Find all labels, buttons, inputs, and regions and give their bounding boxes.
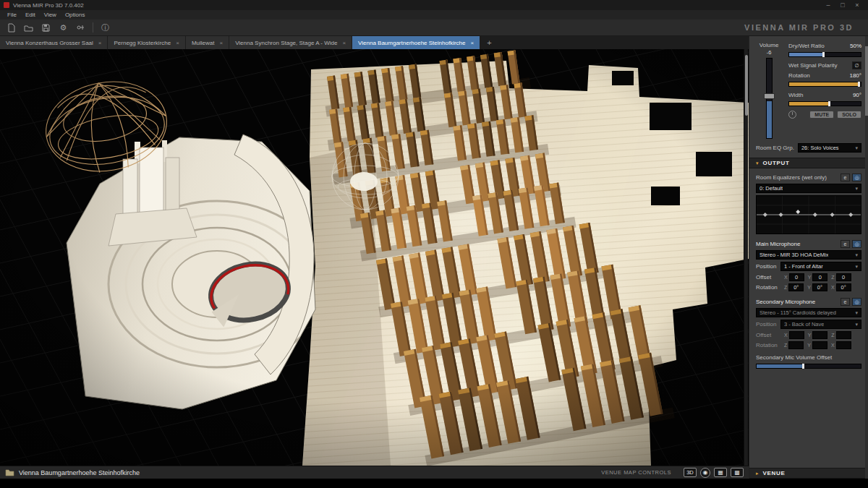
map-grid-button[interactable]: ▦	[714, 468, 727, 477]
secondary-mic-position-label: Position	[756, 321, 780, 328]
menu-options[interactable]: Options	[61, 12, 90, 18]
main-offset-x-input[interactable]	[789, 273, 804, 281]
axis-label: Y	[808, 275, 812, 280]
map-controls-label: VENUE MAP CONTROLS	[601, 469, 671, 476]
chevron-down-icon: ▾	[853, 310, 858, 316]
info-icon[interactable]: ⓘ	[100, 22, 111, 33]
volume-label: Volume	[760, 42, 779, 48]
main-offset-y-input[interactable]	[812, 273, 827, 281]
secondary-rotation-z-input[interactable]	[788, 341, 804, 349]
map-orbit-button[interactable]: ◉	[700, 468, 710, 478]
tab-close-icon[interactable]: ×	[342, 40, 346, 46]
settings-gear-icon[interactable]: ⚙	[58, 22, 69, 33]
venue-3d-scene[interactable]	[0, 49, 749, 466]
tab-close-icon[interactable]: ×	[470, 40, 474, 46]
room-eq-edit-button[interactable]: e	[841, 174, 850, 181]
vignette	[0, 49, 749, 466]
secondary-rotation-x-input[interactable]	[836, 341, 851, 349]
new-project-icon[interactable]	[6, 22, 17, 33]
room-eq-power-button[interactable]: ◎	[852, 174, 861, 181]
panel-scrollbar-right[interactable]	[865, 36, 868, 479]
toolbar: ⚙ ⓘ VIENNA MIR PRO 3D	[0, 20, 868, 36]
wet-polarity-toggle[interactable]: ∅	[852, 61, 861, 69]
minimize-button[interactable]: –	[821, 0, 835, 10]
main-mic-offset-label: Offset	[756, 274, 780, 281]
window-title: Vienna MIR Pro 3D 7.0.402	[13, 2, 84, 9]
main-rotation-z-input[interactable]	[788, 283, 804, 291]
axis-label: Y	[808, 333, 812, 338]
venue-section-header[interactable]: ▸ VENUE	[749, 468, 868, 479]
save-project-icon[interactable]	[41, 22, 51, 33]
room-eq-graph[interactable]	[756, 195, 861, 234]
main-mic-rotation-label: Rotation	[756, 284, 780, 291]
axis-label: X	[784, 275, 788, 280]
axis-label: X	[831, 285, 835, 290]
map-tiles-button[interactable]: ▩	[731, 468, 744, 477]
app-icon	[4, 2, 9, 8]
map-3d-toggle-button[interactable]: 3D	[684, 468, 697, 477]
volume-fader-handle[interactable]	[764, 93, 775, 99]
maximize-button[interactable]: □	[835, 0, 850, 10]
menu-file[interactable]: File	[3, 12, 21, 18]
secondary-mic-edit-button[interactable]: e	[841, 298, 850, 306]
main-mic-power-button[interactable]: ◎	[852, 240, 861, 248]
add-tab-button[interactable]: +	[480, 36, 498, 49]
tab-close-icon[interactable]: ×	[98, 40, 102, 46]
tab-pernegg[interactable]: Pernegg Klosterkirche×	[108, 36, 184, 49]
main-rotation-x-input[interactable]	[836, 283, 851, 291]
mute-button[interactable]: MUTE	[809, 111, 834, 119]
secondary-mic-power-button[interactable]: ◎	[852, 298, 861, 306]
venue-tabbar: Vienna Konzerthaus Grosser Saal× Pernegg…	[0, 36, 749, 49]
panel-scrollbar-left[interactable]	[744, 49, 748, 466]
secondary-mic-type-dropdown[interactable]: Stereo - 115° Cardioids delayed▾	[756, 308, 861, 317]
main-mic-position-dropdown[interactable]: 1 - Front of Altar▾	[780, 262, 861, 271]
drywet-slider[interactable]	[788, 52, 861, 57]
tab-synchron-stage[interactable]: Vienna Synchron Stage, Stage A - Wide×	[229, 36, 352, 49]
stereo-knob-icon[interactable]	[788, 111, 796, 119]
drywet-value: 50%	[850, 43, 861, 49]
open-project-icon[interactable]	[23, 22, 34, 33]
rotation-slider[interactable]	[788, 82, 861, 87]
volume-fader[interactable]	[766, 58, 773, 139]
main-mic-header: Main Microphone	[756, 241, 800, 247]
secondary-offset-z-input[interactable]	[836, 331, 851, 339]
instrument-panel: Volume -6 Dry/Wet Ratio 50% Wet Signal P…	[749, 36, 868, 479]
secondary-offset-y-input[interactable]	[812, 331, 827, 339]
tab-steinhofkirche[interactable]: Vienna Baumgartnerhoehe Steinhofkirche×	[352, 36, 480, 49]
tab-close-icon[interactable]: ×	[219, 40, 223, 46]
room-eq-preset-dropdown[interactable]: 0: Default▾	[756, 184, 861, 193]
secondary-mic-volume-slider[interactable]	[756, 364, 861, 369]
main-mic-type-dropdown[interactable]: Stereo - MIR 3D HOA DeMix▾	[756, 250, 861, 260]
wet-polarity-label: Wet Signal Polarity	[788, 62, 837, 69]
chevron-down-icon: ▾	[853, 145, 858, 151]
axis-label: Z	[784, 343, 787, 348]
collapse-icon: ▾	[756, 160, 759, 166]
menubar: File Edit View Options	[0, 10, 868, 20]
solo-button[interactable]: SOLO	[837, 111, 861, 119]
room-eq-grp-label: Room EQ Grp.	[756, 145, 794, 151]
venue-3d-viewport[interactable]	[0, 49, 749, 466]
tab-konzerthaus[interactable]: Vienna Konzerthaus Grosser Saal×	[0, 36, 107, 49]
tab-close-icon[interactable]: ×	[176, 40, 179, 46]
titlebar: Vienna MIR Pro 3D 7.0.402 – □ ×	[0, 0, 868, 10]
secondary-mic-position-dropdown[interactable]: 3 - Back of Nave▾	[780, 320, 861, 329]
secondary-mic-rotation-label: Rotation	[756, 342, 780, 348]
secondary-mic-volume-offset-label: Secondary Mic Volume Offset	[756, 354, 832, 361]
main-mic-edit-button[interactable]: e	[841, 240, 850, 248]
menu-view[interactable]: View	[40, 12, 61, 18]
output-section-header[interactable]: ▾ OUTPUT	[749, 158, 868, 168]
width-slider[interactable]	[788, 101, 861, 106]
main-offset-z-input[interactable]	[836, 273, 851, 281]
bottom-strip	[0, 479, 868, 488]
chevron-down-icon: ▾	[853, 322, 858, 328]
toolbar-separator	[93, 22, 93, 33]
drywet-label: Dry/Wet Ratio	[788, 43, 825, 49]
room-eq-grp-dropdown[interactable]: 26: Solo Voices▾	[798, 143, 861, 153]
menu-edit[interactable]: Edit	[21, 12, 40, 18]
main-rotation-y-input[interactable]	[812, 283, 827, 291]
audio-routing-icon[interactable]	[75, 22, 86, 33]
secondary-offset-x-input[interactable]	[789, 331, 804, 339]
tab-mullewat[interactable]: Mullewat×	[186, 36, 229, 49]
secondary-rotation-y-input[interactable]	[812, 341, 827, 349]
close-button[interactable]: ×	[850, 0, 864, 10]
